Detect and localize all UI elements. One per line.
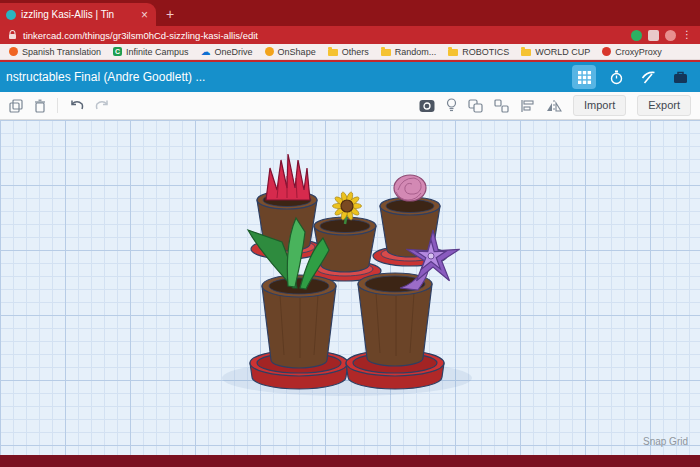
redo-button[interactable]	[95, 99, 110, 112]
bookmarks-bar: Spanish Translation CInfinite Campus ☁On…	[0, 44, 700, 60]
taskbar-strip	[0, 455, 700, 467]
simlab-timer-icon	[609, 70, 624, 85]
blocks-grid-button[interactable]	[572, 65, 596, 89]
ungroup-button[interactable]	[494, 99, 509, 113]
brick-export-button[interactable]	[668, 65, 692, 89]
delete-button[interactable]	[34, 99, 46, 113]
bookmark-onshape[interactable]: OnShape	[265, 47, 316, 57]
design-title-menu[interactable]: nstructables Final (Andre Goodlett) ...	[6, 70, 205, 84]
duplicate-button[interactable]	[9, 99, 23, 113]
export-button[interactable]: Export	[637, 95, 691, 115]
tab-title: izzling Kasi-Allis | Tin	[21, 9, 135, 20]
tab-favicon-icon	[6, 10, 16, 20]
duplicate-icon	[9, 99, 23, 113]
extensions-icon[interactable]	[648, 30, 659, 41]
mirror-button[interactable]	[546, 99, 562, 113]
browser-window: izzling Kasi-Allis | Tin × + tinkercad.c…	[0, 0, 700, 467]
bookmark-favicon	[265, 47, 274, 56]
align-button[interactable]	[520, 99, 535, 113]
editor-toolbar: Import Export	[0, 92, 700, 120]
group-icon	[468, 99, 483, 113]
delete-icon	[34, 99, 46, 113]
workplane-canvas[interactable]: Snap Grid	[0, 120, 700, 455]
bookmark-favicon	[9, 47, 18, 56]
pot-leaves[interactable]	[248, 218, 336, 368]
bookmark-spanish-translation[interactable]: Spanish Translation	[9, 47, 101, 57]
cloud-icon: ☁	[201, 47, 211, 56]
tab-strip: izzling Kasi-Allis | Tin × +	[0, 0, 700, 26]
address-url[interactable]: tinkercad.com/things/gr3ilsm0hCd-sizzlin…	[23, 30, 258, 41]
bookmark-favicon	[602, 47, 611, 56]
tab-close-icon[interactable]: ×	[141, 9, 148, 21]
lightbulb-icon	[446, 98, 457, 113]
redo-icon	[95, 99, 110, 112]
menu-kebab-icon[interactable]: ⋮	[682, 30, 692, 41]
address-bar: tinkercad.com/things/gr3ilsm0hCd-sizzlin…	[0, 26, 700, 44]
simlab-button[interactable]	[604, 65, 628, 89]
minecraft-export-button[interactable]	[636, 65, 660, 89]
site-lock-icon[interactable]	[8, 30, 17, 40]
align-icon	[520, 99, 535, 113]
new-tab-button[interactable]: +	[166, 7, 174, 21]
folder-icon	[448, 49, 458, 56]
import-button[interactable]: Import	[573, 95, 626, 115]
snap-grid-label: Snap Grid	[643, 436, 688, 447]
flower-pots-model[interactable]	[0, 120, 700, 455]
browser-tab[interactable]: izzling Kasi-Allis | Tin ×	[0, 3, 156, 26]
show-all-icon	[419, 99, 435, 113]
group-button[interactable]	[468, 99, 483, 113]
brick-briefcase-icon	[673, 71, 688, 84]
folder-icon	[328, 49, 338, 56]
bookmark-croxyproxy[interactable]: CroxyProxy	[602, 47, 662, 57]
folder-icon	[521, 49, 531, 56]
folder-icon	[381, 49, 391, 56]
show-all-button[interactable]	[419, 99, 435, 113]
bookmark-world-cup[interactable]: WORLD CUP	[521, 47, 590, 57]
bookmark-onedrive[interactable]: ☁OneDrive	[201, 47, 253, 57]
bookmark-robotics[interactable]: ROBOTICS	[448, 47, 509, 57]
light-toggle-button[interactable]	[446, 98, 457, 113]
ungroup-icon	[494, 99, 509, 113]
pot-purple-flower[interactable]	[358, 230, 460, 366]
bookmark-infinite-campus[interactable]: CInfinite Campus	[113, 47, 189, 57]
bookmark-favicon: C	[113, 47, 122, 56]
minecraft-pickaxe-icon	[641, 70, 656, 85]
bookmark-others[interactable]: Others	[328, 47, 369, 57]
undo-button[interactable]	[69, 99, 84, 112]
profile-avatar[interactable]	[665, 30, 676, 41]
bookmark-random[interactable]: Random...	[381, 47, 437, 57]
blocks-grid-icon	[578, 71, 591, 84]
grammarly-icon[interactable]	[631, 30, 642, 41]
undo-icon	[69, 99, 84, 112]
mirror-icon	[546, 99, 562, 113]
tinkercad-header: nstructables Final (Andre Goodlett) ...	[0, 62, 700, 92]
